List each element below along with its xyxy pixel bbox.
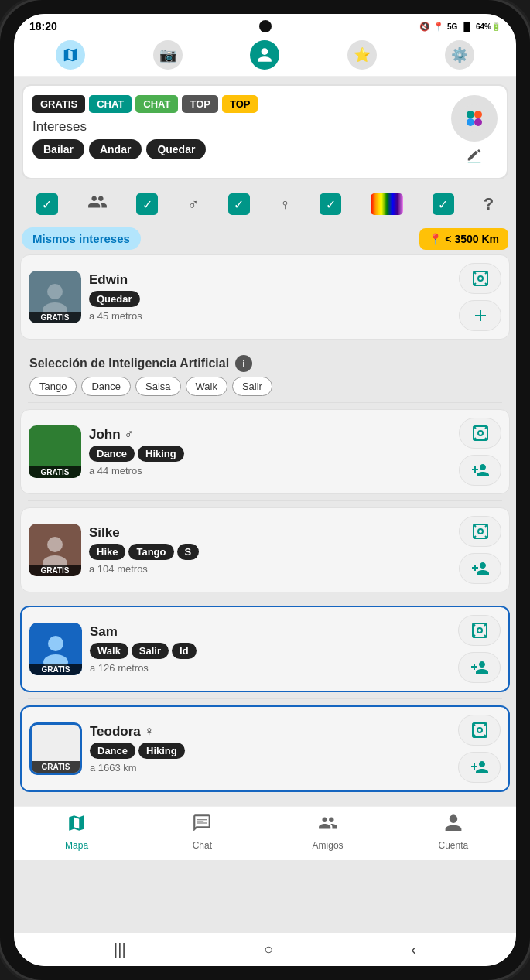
user-tag-hiking-john[interactable]: Hiking xyxy=(138,446,184,462)
filter-checkbox-4[interactable]: ✓ xyxy=(320,193,341,215)
user-name-silke: Silke xyxy=(89,525,451,541)
user-tag-hike-silke[interactable]: Hike xyxy=(89,544,125,560)
bottom-nav: Mapa Chat Amigos xyxy=(14,806,516,860)
nav-back-button[interactable]: ‹ xyxy=(411,941,416,958)
interest-chip-bailar[interactable]: Bailar xyxy=(32,139,84,159)
user-info-john: John ♂ Dance Hiking a 44 metros xyxy=(89,427,451,476)
add-friend-button-teodora[interactable] xyxy=(458,752,501,783)
user-actions-sam xyxy=(458,615,501,683)
top-nav-profile-active[interactable] xyxy=(250,40,279,70)
svg-point-6 xyxy=(47,284,63,299)
top-nav-avatar-4: ⭐ xyxy=(347,40,377,70)
add-friend-button-john[interactable] xyxy=(459,455,501,486)
user-avatar-teodora[interactable]: GRATIS xyxy=(29,722,82,775)
profile-tags: GRATIS CHAT CHAT TOP TOP xyxy=(32,95,443,113)
gratis-label-john: GRATIS xyxy=(29,466,81,478)
user-tag-quedar[interactable]: Quedar xyxy=(89,291,140,307)
view-profile-button-john[interactable] xyxy=(459,418,501,449)
divider-2 xyxy=(28,500,502,501)
add-friend-button-silke[interactable] xyxy=(459,553,501,584)
status-time: 18:20 xyxy=(29,20,57,32)
svg-point-2 xyxy=(474,111,482,118)
top-nav-photo[interactable]: 📷 xyxy=(153,40,183,70)
user-avatar-edwin[interactable]: GRATIS xyxy=(29,271,81,323)
tag-chat-teal[interactable]: CHAT xyxy=(89,95,132,113)
filter-checkbox-3[interactable]: ✓ xyxy=(228,193,250,215)
interest-chip-andar[interactable]: Andar xyxy=(89,139,142,159)
tag-top-gray[interactable]: TOP xyxy=(182,95,218,113)
svg-point-32 xyxy=(48,636,63,651)
user-info-edwin: Edwin Quedar a 45 metros xyxy=(89,272,451,322)
gratis-label-edwin: GRATIS xyxy=(29,312,81,323)
add-friend-button-edwin[interactable] xyxy=(459,300,501,331)
tag-gratis[interactable]: GRATIS xyxy=(32,95,85,113)
user-tag-dance-john[interactable]: Dance xyxy=(89,446,135,462)
ai-info-badge[interactable]: i xyxy=(235,355,252,372)
user-card-john: 🌿 GRATIS John ♂ Dance Hiking a 44 metros xyxy=(20,409,510,494)
status-bar: 18:20 🔇 📍 5G ▐▌ 64%🔋 xyxy=(14,14,516,36)
view-profile-button-silke[interactable] xyxy=(459,516,501,547)
filter-checkbox-1[interactable]: ✓ xyxy=(36,193,58,215)
user-avatar-sam[interactable]: GRATIS xyxy=(29,623,82,675)
tag-chat-green[interactable]: CHAT xyxy=(135,95,178,113)
same-interests-label[interactable]: Mismos intereses xyxy=(22,227,141,250)
ai-tag-tango[interactable]: Tango xyxy=(29,377,77,396)
user-tag-dance-teodora[interactable]: Dance xyxy=(90,743,135,759)
phone-nav-bar: ||| ○ ‹ xyxy=(14,933,516,966)
ai-tag-salir[interactable]: Salir xyxy=(232,377,272,396)
nav-mapa[interactable]: Mapa xyxy=(53,813,100,851)
top-nav-settings[interactable]: ⚙️ xyxy=(445,40,474,70)
filter-help-button[interactable]: ? xyxy=(484,194,494,214)
nav-cuenta-label: Cuenta xyxy=(439,840,469,851)
top-nav-map[interactable] xyxy=(56,40,85,70)
divider-3 xyxy=(28,599,502,599)
user-tags-sam: Walk Salir Id xyxy=(90,643,450,659)
interest-chip-quedar[interactable]: Quedar xyxy=(146,139,206,159)
nav-amigos-label: Amigos xyxy=(313,840,344,851)
user-avatar-john[interactable]: 🌿 GRATIS xyxy=(29,425,81,478)
nav-amigos[interactable]: Amigos xyxy=(305,813,351,851)
user-tag-walk-sam[interactable]: Walk xyxy=(90,643,128,659)
ai-tag-salsa[interactable]: Salsa xyxy=(135,377,181,396)
user-info-teodora: Teodora ♀ Dance Hiking a 1663 km xyxy=(90,724,450,773)
top-nav-star[interactable]: ⭐ xyxy=(347,40,377,70)
nav-mapa-label: Mapa xyxy=(65,840,88,851)
main-content: GRATIS CHAT CHAT TOP TOP Intereses Baila… xyxy=(14,77,516,933)
nav-chat[interactable]: Chat xyxy=(179,813,225,851)
user-tag-tango-silke[interactable]: Tango xyxy=(128,544,173,560)
user-distance-silke: a 104 metros xyxy=(89,563,451,575)
edit-icon[interactable] xyxy=(466,148,483,169)
user-name-edwin: Edwin xyxy=(89,272,451,288)
filter-checkbox-5[interactable]: ✓ xyxy=(433,193,454,215)
nav-home-button[interactable]: ○ xyxy=(264,941,273,958)
profile-logo[interactable] xyxy=(451,95,498,142)
add-friend-button-sam[interactable] xyxy=(458,652,501,683)
view-profile-button-edwin[interactable] xyxy=(459,263,501,294)
user-avatar-silke[interactable]: GRATIS xyxy=(29,524,81,576)
user-name-sam: Sam xyxy=(90,624,450,640)
status-icons: 🔇 📍 5G ▐▌ 64%🔋 xyxy=(419,22,501,32)
filter-checkbox-2[interactable]: ✓ xyxy=(136,193,158,215)
tag-top-gold[interactable]: TOP xyxy=(222,95,258,113)
top-nav-avatar-1 xyxy=(56,40,85,70)
ai-tag-walk[interactable]: Walk xyxy=(186,377,227,396)
ai-tag-dance[interactable]: Dance xyxy=(81,377,131,396)
distance-badge[interactable]: 📍 < 3500 Km xyxy=(419,228,508,250)
view-profile-button-teodora[interactable] xyxy=(458,715,501,746)
network-icon: 5G xyxy=(447,22,457,31)
user-tag-id-sam[interactable]: Id xyxy=(172,643,197,659)
view-profile-button-sam[interactable] xyxy=(458,615,501,646)
user-name-teodora: Teodora ♀ xyxy=(90,724,450,739)
user-actions-silke xyxy=(459,516,501,584)
nav-recents-button[interactable]: ||| xyxy=(114,941,126,958)
user-card-edwin: GRATIS Edwin Quedar a 45 metros xyxy=(20,254,510,340)
rainbow-button[interactable] xyxy=(371,193,403,215)
user-tag-s-silke[interactable]: S xyxy=(177,544,200,560)
top-nav-avatar-2: 📷 xyxy=(153,40,183,70)
nav-cuenta[interactable]: Cuenta xyxy=(430,813,477,851)
top-nav-avatar-3 xyxy=(250,40,279,70)
amigos-icon xyxy=(318,813,338,838)
user-tag-salir-sam[interactable]: Salir xyxy=(132,643,169,659)
battery-icon: 64%🔋 xyxy=(476,22,501,31)
user-tag-hiking-teodora[interactable]: Hiking xyxy=(138,743,185,759)
